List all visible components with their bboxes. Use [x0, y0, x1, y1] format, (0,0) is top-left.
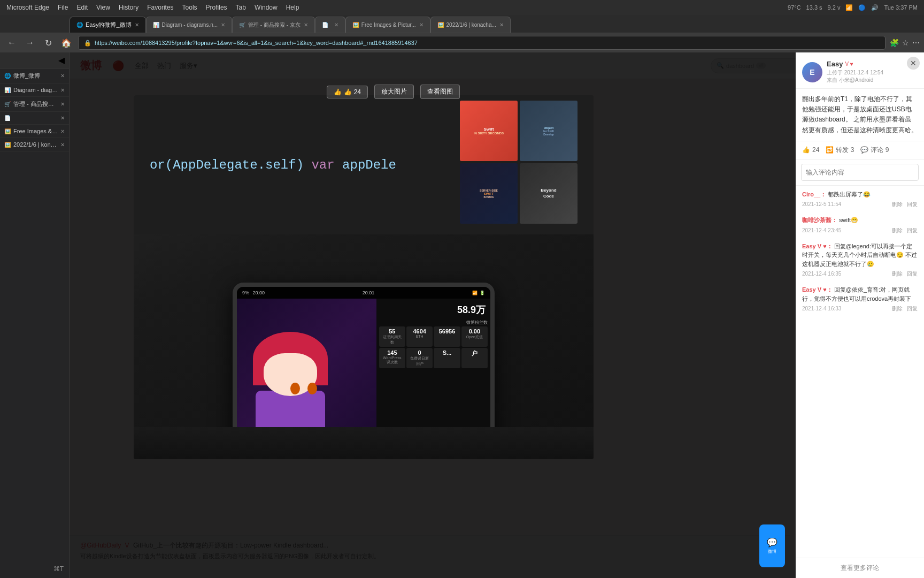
sidebar-item-diagram[interactable]: 📊 Diagram - diagrams.n... ✕: [0, 83, 69, 97]
browser-chrome: ← → ↻ 🏠 🔒 https://weibo.com/1088413295/p…: [0, 33, 924, 52]
refresh-button[interactable]: ↻: [41, 35, 56, 50]
comment-item-1: 咖啡沙茶酱： swift😁 2021-12-4 23:45 删除 回复: [802, 216, 918, 234]
book-swift-developer: Object for Swift Develop: [520, 101, 578, 161]
tablet-time-display: 20:00: [253, 290, 265, 295]
stat-user-value: 户: [464, 349, 486, 358]
comment-1-meta: 2021-12-4 23:45 删除 回复: [802, 226, 918, 234]
comment-item-2: Easy V ♥： 回复@legend:可以再接一个定时开关，每天充几个小时后自…: [802, 242, 918, 278]
sidebar-label-freeimages: Free Images & Pictur...: [13, 128, 58, 134]
view-more-comments[interactable]: 查看更多评论: [796, 558, 924, 578]
anime-eye-right: [307, 383, 317, 394]
stat-3: 56956: [434, 326, 460, 347]
home-button[interactable]: 🏠: [59, 35, 74, 50]
tab-close-weibo[interactable]: ✕: [135, 22, 139, 28]
sidebar-close-empty[interactable]: ✕: [60, 115, 65, 121]
sidebar-item-empty[interactable]: 📄 ✕: [0, 112, 69, 125]
comment-3-time: 2021-12-4 16:33: [802, 305, 841, 313]
nav-buttons: ← → ↻ 🏠: [4, 35, 74, 50]
stat-open: 0.00 Open充值: [461, 326, 488, 347]
tab-empty[interactable]: 📄 ✕: [315, 17, 345, 33]
url-text: https://weibo.com/1088413295/profile?top…: [95, 40, 418, 46]
comment-0-actions: 删除 回复: [892, 200, 918, 208]
tab-close-diagram[interactable]: ✕: [221, 22, 225, 28]
menu-view[interactable]: View: [96, 4, 110, 11]
comment-author-section: E Easy V ♥ 上传于 2021-12-4 12:54 来自 小米@And…: [796, 52, 924, 89]
menu-tab[interactable]: Tab: [236, 4, 246, 11]
browser-menu-icon[interactable]: ⋯: [912, 39, 920, 47]
top-bar-left: Microsoft Edge File Edit View History Fa…: [6, 4, 299, 11]
expand-image-button[interactable]: 放大图片: [374, 85, 414, 99]
tab-close-empty[interactable]: ✕: [334, 22, 338, 28]
modal-image-area: 👍 👍 24 放大图片 查看图图 or(AppDelegate.self) va…: [70, 52, 647, 578]
tab-konachan[interactable]: 🖼️ 2022/1/6 | konacha... ✕: [430, 17, 511, 33]
app-name: Microsoft Edge: [6, 4, 49, 11]
menu-window[interactable]: Window: [255, 4, 278, 11]
sidebar-close-weibo[interactable]: ✕: [60, 73, 65, 79]
author-badges: V ♥: [845, 61, 853, 67]
sidebar-item-freeimages[interactable]: 🖼️ Free Images & Pictur... ✕: [0, 125, 69, 138]
float-chat-button[interactable]: 💬 微博: [759, 524, 785, 567]
like-icon: 👍: [334, 88, 342, 96]
menu-tools[interactable]: Tools: [182, 4, 197, 11]
like-action-count: 24: [812, 146, 819, 154]
sidebar-item-konachan[interactable]: 🖼️ 2022/1/6 | konacha... ✕: [0, 138, 69, 151]
tab-close-jd[interactable]: ✕: [304, 22, 308, 28]
comment-1-delete[interactable]: 删除: [892, 226, 903, 234]
sidebar-collapse-icon: ◀: [58, 55, 65, 65]
repost-action[interactable]: 🔁 转发 3: [826, 146, 854, 155]
comment-3-reply[interactable]: 回复: [907, 305, 918, 313]
like-button[interactable]: 👍 👍 24: [327, 86, 368, 98]
top-bar-right: 97°C 13.3 s 9.2 v 📶 🔵 🔊 Tue 3:37 PM: [788, 4, 918, 11]
stat-3-value: 56956: [436, 328, 458, 334]
comment-0-reply[interactable]: 回复: [907, 200, 918, 208]
menu-edit[interactable]: Edit: [76, 4, 88, 11]
follower-label: 微博粉丝数: [379, 320, 488, 325]
favorites-icon[interactable]: ☆: [902, 39, 909, 47]
comment-action[interactable]: 💬 评论 9: [860, 146, 889, 155]
menu-history[interactable]: History: [119, 4, 138, 11]
comment-1-reply[interactable]: 回复: [907, 226, 918, 234]
tab-freeimages[interactable]: 🖼️ Free Images & Pictur... ✕: [345, 17, 430, 33]
forward-button[interactable]: →: [22, 35, 37, 50]
sidebar-item-weibo[interactable]: 🌐 微博_微博 ✕: [0, 69, 69, 83]
clock: Tue 3:37 PM: [884, 4, 918, 11]
tab-weibo[interactable]: 🌐 Easy的微博_微博 ✕: [70, 17, 146, 33]
stats-row-1: 55 证书到期天数 4604 ETH 56956: [379, 326, 488, 347]
anime-face: [264, 353, 317, 396]
sidebar-item-jd[interactable]: 🛒 管理 - 商品搜索 - 京东 ✕: [0, 97, 69, 112]
tab-label-diagram: Diagram - diagrams.n...: [162, 22, 218, 28]
tab-label-weibo: Easy的微博_微博: [86, 21, 132, 29]
book-beyond-code: BeyondCode: [520, 163, 578, 224]
comment-0-text: Ciro__： 都跌出屏幕了😂: [802, 190, 918, 199]
tab-favicon-weibo: 🌐: [76, 22, 83, 28]
tab-diagram[interactable]: 📊 Diagram - diagrams.n... ✕: [146, 17, 232, 33]
system-top-bar: Microsoft Edge File Edit View History Fa…: [0, 0, 924, 15]
comment-2-delete[interactable]: 删除: [892, 270, 903, 278]
volume-icon: 🔊: [871, 4, 879, 11]
sidebar-close-freeimages[interactable]: ✕: [60, 128, 65, 134]
menu-help[interactable]: Help: [286, 4, 299, 11]
sidebar-close-konachan[interactable]: ✕: [60, 142, 65, 148]
modal-close-button[interactable]: ✕: [907, 57, 920, 70]
main-photo: or(AppDelegate.self) var appDele Swift I…: [134, 95, 594, 459]
comment-input-field[interactable]: [801, 164, 919, 181]
extensions-icon[interactable]: 🧩: [890, 39, 899, 47]
sidebar-close-jd[interactable]: ✕: [60, 101, 65, 107]
tab-jd[interactable]: 🛒 管理 - 商品搜索 - 京东 ✕: [232, 17, 315, 33]
sidebar-toggle[interactable]: ◀: [0, 52, 69, 69]
menu-file[interactable]: File: [58, 4, 68, 11]
tab-close-konachan[interactable]: ✕: [499, 22, 504, 28]
back-button[interactable]: ←: [4, 35, 19, 50]
comment-3-delete[interactable]: 删除: [892, 305, 903, 313]
comment-2-reply[interactable]: 回复: [907, 270, 918, 278]
sidebar-close-diagram[interactable]: ✕: [60, 87, 65, 93]
tab-close-freeimages[interactable]: ✕: [419, 22, 424, 28]
address-bar[interactable]: 🔒 https://weibo.com/1088413295/profile?t…: [78, 36, 886, 50]
menu-profiles[interactable]: Profiles: [206, 4, 227, 11]
menu-favorites[interactable]: Favorites: [147, 4, 173, 11]
comment-0-time: 2021-12-5 11:54: [802, 200, 841, 208]
like-action[interactable]: 👍 24: [802, 146, 819, 155]
comment-0-delete[interactable]: 删除: [892, 200, 903, 208]
bt-icon: 🔵: [858, 4, 866, 11]
view-image-button[interactable]: 查看图图: [420, 85, 460, 99]
